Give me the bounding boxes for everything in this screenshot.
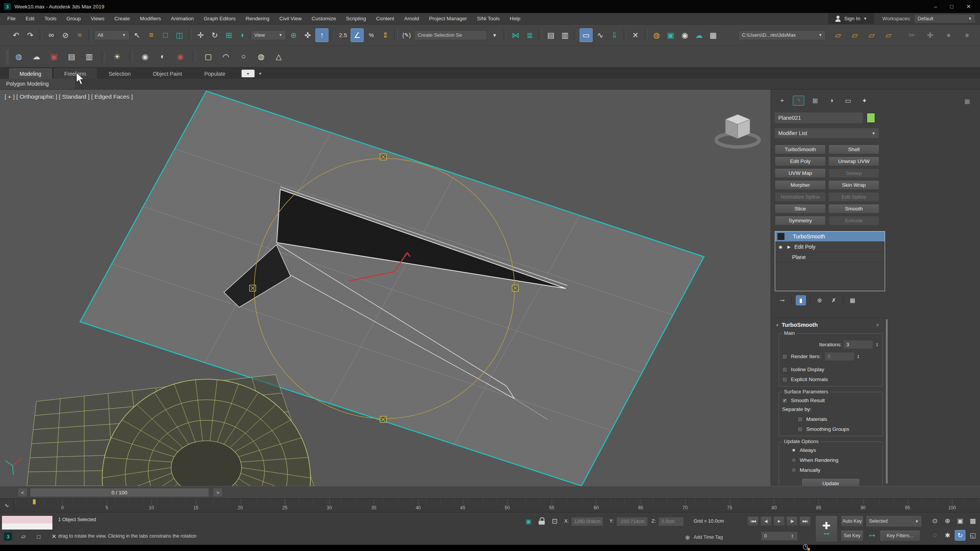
object-color-swatch[interactable]	[867, 113, 875, 123]
previous-frame-arrow[interactable]: <	[18, 488, 28, 497]
menu-item[interactable]: SiNi Tools	[472, 14, 505, 23]
bind-to-spacewarp-icon[interactable]: ≈	[73, 28, 86, 42]
current-frame-field[interactable]: 0 ▲▼	[761, 531, 798, 541]
go-to-start-button[interactable]: |◀◀	[747, 516, 759, 526]
scene-explorer-icon[interactable]: ▤	[544, 28, 557, 42]
spotlight-icon[interactable]: ◐	[156, 50, 169, 64]
dome-light-icon[interactable]: ◠	[219, 50, 232, 64]
isolate-selection-icon[interactable]: ✕	[629, 28, 642, 42]
zoom-extents-icon[interactable]: ▣	[955, 515, 965, 526]
ribbon-tab[interactable]: Populate	[194, 69, 235, 79]
reference-coordinate-dropdown[interactable]: View ▼	[251, 30, 286, 40]
maximize-button[interactable]: □	[950, 3, 953, 10]
isoline-display-checkbox[interactable]	[782, 367, 787, 372]
project-path-dropdown[interactable]: C:\Users\D...nts\3dsMax ▼	[738, 30, 826, 40]
schematic-view-icon[interactable]: ⇩	[608, 28, 621, 42]
selection-filter-dropdown[interactable]: All ▼	[94, 30, 129, 40]
ribbon-tab[interactable]: Selection	[99, 69, 141, 79]
menu-item[interactable]: Rendering	[241, 14, 274, 23]
maxscript-mini-listener[interactable]	[2, 515, 53, 530]
render-in-cloud-icon[interactable]: ☁	[693, 28, 706, 42]
menu-item[interactable]: Group	[62, 14, 86, 23]
remove-modifier-icon[interactable]: ✗	[829, 295, 839, 305]
maximize-viewport-icon[interactable]: ◱	[967, 530, 978, 541]
select-and-move-icon[interactable]: ✛	[194, 28, 207, 42]
use-pivot-center-icon[interactable]: ⊕	[287, 28, 300, 42]
next-frame-button[interactable]: ||▶	[786, 516, 798, 526]
select-object-icon[interactable]: ↖	[131, 28, 144, 42]
when-rendering-radio[interactable]	[791, 458, 796, 463]
menu-item[interactable]: Views	[86, 14, 109, 23]
menu-item[interactable]: Tools	[39, 14, 62, 23]
unlink-selection-icon[interactable]: ⊘	[59, 28, 72, 42]
iterations-field[interactable]: 3	[844, 341, 873, 349]
render-iters-spinner[interactable]: ▲▼	[856, 352, 861, 360]
menu-item[interactable]: Edit	[21, 14, 39, 23]
go-to-end-button[interactable]: ▶▶|	[799, 516, 811, 526]
polygon-modeling-subtab[interactable]: Polygon Modeling	[0, 79, 76, 89]
stack-item-turbosmooth[interactable]: TurboSmooth	[775, 231, 885, 242]
explicit-normals-checkbox[interactable]	[782, 377, 787, 382]
create-tab[interactable]: +	[776, 96, 788, 106]
viewport-label[interactable]: [ + ] [ Orthographic ] [ Standard ] [ Ed…	[5, 93, 133, 100]
select-by-name-icon[interactable]: ≡	[145, 28, 158, 42]
modifier-button[interactable]: Unwrap UVW	[828, 156, 879, 166]
modifier-button[interactable]: UVW Map	[775, 168, 826, 178]
previous-frame-button[interactable]: ◀||	[760, 516, 772, 526]
stack-item-edit-poly[interactable]: ◉ ▶ Edit Poly	[775, 242, 885, 252]
light-cone-icon[interactable]: △	[272, 50, 285, 64]
render-gallery-icon[interactable]: ▦	[707, 28, 720, 42]
visibility-eye-icon[interactable]: ◉	[777, 245, 784, 249]
toolbar-grip[interactable]	[6, 49, 9, 64]
modifier-button[interactable]: Symmetry	[775, 216, 826, 225]
menu-item[interactable]: File	[2, 14, 21, 23]
select-and-scale-icon[interactable]: ⊞	[222, 28, 235, 42]
menu-item[interactable]: Create	[109, 14, 135, 23]
zoom-region-icon[interactable]: ◌	[929, 530, 940, 541]
time-configuration-button[interactable]: ◷	[800, 541, 811, 551]
select-and-link-icon[interactable]: ∞	[45, 28, 58, 42]
configure-modifier-sets-icon[interactable]: ▦	[848, 295, 858, 305]
menu-item[interactable]: Animation	[166, 14, 199, 23]
ribbon-tab[interactable]: Modeling	[9, 68, 52, 79]
modify-tab[interactable]: ◝	[793, 96, 804, 106]
folder-taskbar-icon[interactable]: ▱	[19, 532, 28, 541]
percent-snap-icon[interactable]: %	[365, 28, 378, 42]
add-time-tag[interactable]: Add Time Tag	[694, 535, 723, 540]
toggle-ribbon-icon[interactable]: ▭	[580, 28, 593, 42]
x-coordinate-field[interactable]: 1260.004cm	[571, 517, 603, 526]
hierarchy-tab[interactable]: ⊞	[809, 96, 821, 106]
cloud-render-icon[interactable]: ☁	[30, 50, 43, 64]
display-tab[interactable]: ▭	[842, 96, 854, 106]
ribbon-options-caret-icon[interactable]: ▼	[258, 72, 262, 76]
y-coordinate-field[interactable]: -210.714cm	[616, 517, 648, 526]
menu-item[interactable]: Help	[505, 14, 526, 23]
track-bar[interactable]: ∿ 05101520253035404550556065707580859095…	[0, 498, 980, 512]
sphere-light-icon[interactable]: ○	[237, 50, 250, 64]
menu-item[interactable]: Arnold	[399, 14, 424, 23]
modifier-button[interactable]: Skin Wrap	[828, 180, 879, 190]
menu-item[interactable]: Civil View	[274, 14, 307, 23]
render-settings-icon[interactable]: ▤	[65, 50, 78, 64]
show-end-result-icon[interactable]: ▮	[796, 295, 806, 305]
camera-icon[interactable]: ◉	[139, 50, 152, 64]
named-sets-caret-icon[interactable]: ▾	[488, 28, 501, 42]
mirror-icon[interactable]: ⋈	[509, 28, 522, 42]
auto-key-button[interactable]: Auto Key	[841, 515, 864, 527]
rollout-header[interactable]: ▾ TurboSmooth ≡	[775, 322, 885, 328]
zoom-all-icon[interactable]: ⊕	[942, 515, 953, 526]
next-frame-arrow[interactable]: >	[213, 488, 223, 497]
pin-stack-icon[interactable]: ⊸	[777, 295, 787, 305]
make-unique-icon[interactable]: ⊛	[815, 295, 825, 305]
mini-curve-editor-button[interactable]: ∿	[0, 499, 14, 512]
zoom-extents-all-icon[interactable]: ▩	[967, 515, 978, 526]
smoothing-groups-checkbox[interactable]	[797, 427, 803, 432]
window-taskbar-icon[interactable]: □	[34, 532, 43, 541]
key-selection-set-dropdown[interactable]: Selected ▼	[866, 515, 922, 527]
project-folder-link-icon[interactable]: ▱	[865, 28, 878, 42]
render-production-icon[interactable]: ◉	[678, 28, 691, 42]
redo-icon[interactable]: ↷	[24, 28, 37, 42]
menu-item[interactable]: Customize	[307, 14, 341, 23]
manually-radio[interactable]	[791, 468, 796, 473]
render-iters-checkbox[interactable]	[782, 354, 787, 359]
